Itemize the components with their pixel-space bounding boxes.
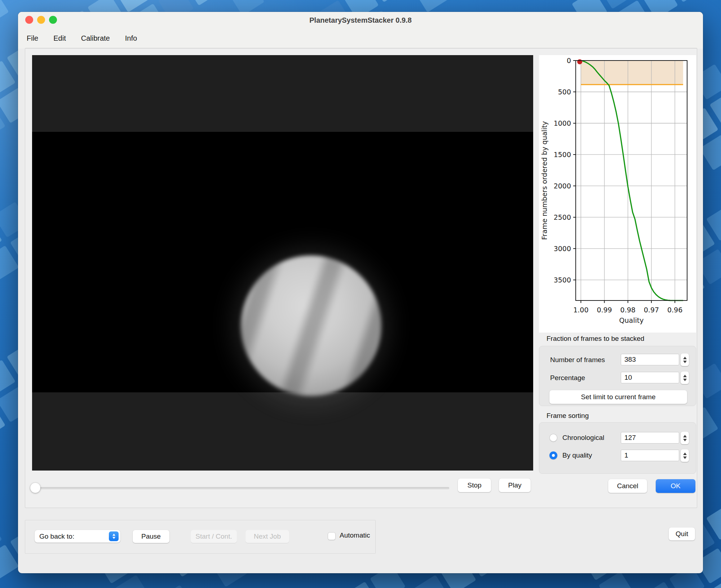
frame-sorting-title: Frame sorting xyxy=(547,412,589,420)
go-back-select[interactable]: Go back to: xyxy=(35,530,120,543)
chevron-up-icon xyxy=(112,534,115,536)
number-of-frames-field[interactable] xyxy=(621,354,679,365)
svg-text:0.97: 0.97 xyxy=(644,306,659,314)
title-bar: PlanetarySystemStacker 0.9.8 xyxy=(18,12,703,28)
frame-sorting-panel: Chronological By quality xyxy=(539,422,696,474)
menu-edit[interactable]: Edit xyxy=(53,34,66,43)
by-quality-stepper[interactable] xyxy=(681,449,689,462)
set-limit-button[interactable]: Set limit to current frame xyxy=(549,390,687,404)
step-up-icon[interactable] xyxy=(683,453,687,455)
quit-button[interactable]: Quit xyxy=(669,527,695,540)
number-of-frames-stepper[interactable] xyxy=(681,353,689,366)
automatic-label: Automatic xyxy=(340,531,370,539)
percentage-label: Percentage xyxy=(550,374,585,382)
step-down-icon[interactable] xyxy=(683,439,687,441)
chronological-field[interactable] xyxy=(621,432,679,444)
svg-text:2000: 2000 xyxy=(554,182,571,190)
svg-text:Frame numbers ordered by quali: Frame numbers ordered by quality xyxy=(540,121,548,240)
step-down-icon[interactable] xyxy=(683,379,687,381)
menu-info[interactable]: Info xyxy=(125,34,137,43)
svg-text:0: 0 xyxy=(567,57,571,64)
by-quality-label: By quality xyxy=(562,451,592,459)
window-title: PlanetarySystemStacker 0.9.8 xyxy=(18,12,703,28)
image-viewer xyxy=(32,55,533,471)
play-button[interactable]: Play xyxy=(499,478,531,492)
step-up-icon[interactable] xyxy=(683,375,687,377)
by-quality-field[interactable] xyxy=(621,450,679,461)
chronological-label: Chronological xyxy=(562,434,604,442)
percentage-field[interactable] xyxy=(621,372,679,383)
cancel-button[interactable]: Cancel xyxy=(608,479,647,493)
svg-text:1500: 1500 xyxy=(554,151,571,159)
menu-file[interactable]: File xyxy=(27,34,38,43)
current-frame-marker xyxy=(577,59,582,64)
main-frame: Stop Play Cancel OK 05001000150020002500… xyxy=(25,48,697,508)
jupiter-image xyxy=(241,255,381,396)
fraction-panel: Number of frames Percentage Set limit to… xyxy=(539,346,696,406)
percentage-stepper[interactable] xyxy=(681,371,689,384)
svg-text:0.98: 0.98 xyxy=(620,306,636,314)
quality-curve xyxy=(581,61,683,300)
stacked-fraction-region xyxy=(581,61,683,85)
svg-text:3000: 3000 xyxy=(554,245,571,253)
chevron-down-icon xyxy=(112,537,115,539)
step-up-icon[interactable] xyxy=(683,357,687,359)
video-frame xyxy=(32,132,533,392)
quality-chart-panel: 05001000150020002500300035001.000.990.98… xyxy=(539,55,696,333)
step-up-icon[interactable] xyxy=(683,435,687,437)
app-window: PlanetarySystemStacker 0.9.8 File Edit C… xyxy=(18,12,703,573)
svg-text:0.96: 0.96 xyxy=(667,306,682,314)
svg-text:1.00: 1.00 xyxy=(573,306,588,314)
pause-button[interactable]: Pause xyxy=(133,530,169,543)
frame-slider-track[interactable] xyxy=(36,487,449,489)
svg-text:2500: 2500 xyxy=(554,213,571,221)
stop-button[interactable]: Stop xyxy=(458,478,491,492)
svg-text:500: 500 xyxy=(558,88,571,96)
ok-button[interactable]: OK xyxy=(656,479,695,493)
by-quality-radio[interactable] xyxy=(549,451,557,459)
job-control-bar: Go back to: Pause Start / Cont. Next Job… xyxy=(25,520,376,554)
select-stepper-icon[interactable] xyxy=(109,531,119,541)
svg-text:1000: 1000 xyxy=(554,119,571,127)
next-job-button[interactable]: Next Job xyxy=(246,530,289,543)
number-of-frames-label: Number of frames xyxy=(550,356,605,364)
menu-calibrate[interactable]: Calibrate xyxy=(81,34,110,43)
menu-bar: File Edit Calibrate Info xyxy=(18,28,703,49)
fraction-panel-title: Fraction of frames to be stacked xyxy=(547,335,644,343)
chronological-radio[interactable] xyxy=(549,434,557,442)
go-back-select-label: Go back to: xyxy=(39,533,74,540)
step-down-icon[interactable] xyxy=(683,361,687,363)
frame-slider-thumb[interactable] xyxy=(30,483,40,493)
start-cont-button[interactable]: Start / Cont. xyxy=(191,530,237,543)
svg-text:3500: 3500 xyxy=(554,276,571,284)
step-down-icon[interactable] xyxy=(683,456,687,459)
automatic-checkbox[interactable] xyxy=(328,532,336,540)
svg-text:0.99: 0.99 xyxy=(597,306,612,314)
chronological-stepper[interactable] xyxy=(681,432,689,444)
quality-chart: 05001000150020002500300035001.000.990.98… xyxy=(539,55,696,333)
svg-text:Quality: Quality xyxy=(619,316,644,324)
